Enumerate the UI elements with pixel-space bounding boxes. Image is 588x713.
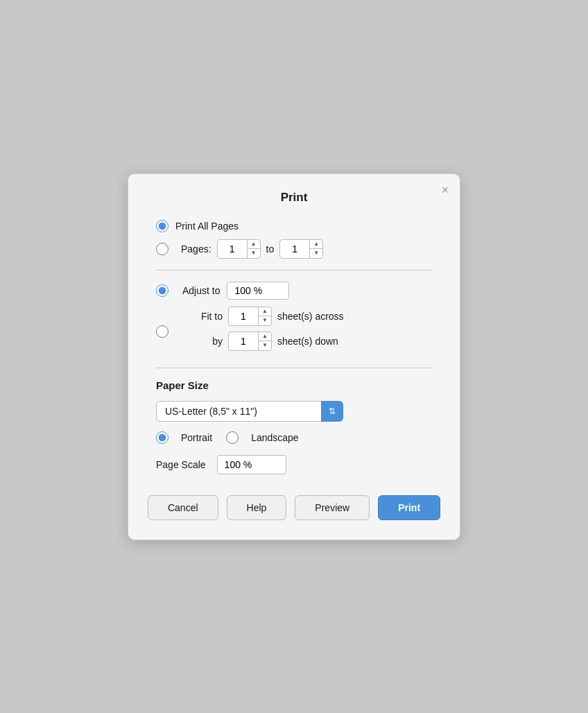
paper-size-section: Paper Size US-Letter (8,5" x 11") A4 (8.… xyxy=(156,379,432,474)
fit-across-row: Fit to ▲ ▼ sheet(s) across xyxy=(195,307,344,326)
sheets-across-arrows: ▲ ▼ xyxy=(258,307,271,325)
sheets-down-input[interactable] xyxy=(229,336,258,347)
sheets-across-down[interactable]: ▼ xyxy=(259,316,271,325)
pages-to-arrows: ▲ ▼ xyxy=(309,240,322,258)
sheets-across-up[interactable]: ▲ xyxy=(259,307,271,317)
sheets-across-spinner[interactable]: ▲ ▼ xyxy=(228,307,272,326)
pages-label: Pages: xyxy=(181,243,211,255)
buttons-row: Cancel Help Preview Print xyxy=(156,495,432,520)
fit-down-row: by ▲ ▼ sheet(s) down xyxy=(195,332,344,351)
fit-to-row: Fit to ▲ ▼ sheet(s) across by xyxy=(156,307,432,356)
pages-from-spinner[interactable]: ▲ ▼ xyxy=(217,239,261,259)
fit-to-radio[interactable] xyxy=(156,325,168,338)
print-all-pages-row: Print All Pages xyxy=(156,220,432,232)
pages-from-arrows: ▲ ▼ xyxy=(247,240,260,258)
landscape-option: Landscape xyxy=(226,431,299,444)
pages-to-input[interactable] xyxy=(280,243,309,255)
page-scale-label: Page Scale xyxy=(156,459,206,470)
pages-from-input[interactable] xyxy=(218,243,247,255)
portrait-radio[interactable] xyxy=(156,431,168,444)
pages-range-radio[interactable] xyxy=(156,243,168,255)
sheets-down-up[interactable]: ▲ xyxy=(259,332,271,342)
sheets-down-label: sheet(s) down xyxy=(277,336,338,347)
paper-size-select-wrapper: US-Letter (8,5" x 11") A4 (8.27" x 11.69… xyxy=(156,401,343,422)
orientation-row: Portrait Landscape xyxy=(156,431,432,444)
adjust-to-radio[interactable] xyxy=(156,284,168,297)
print-dialog: × Print Print All Pages Pages: ▲ ▼ to xyxy=(128,173,460,540)
pages-from-down-arrow[interactable]: ▼ xyxy=(248,249,260,258)
paper-size-title: Paper Size xyxy=(156,379,432,391)
adjust-row: Adjust to xyxy=(156,282,432,300)
preview-button[interactable]: Preview xyxy=(295,495,370,520)
pages-to-up-arrow[interactable]: ▲ xyxy=(310,240,322,250)
fit-to-label: Fit to xyxy=(195,311,223,322)
close-button[interactable]: × xyxy=(441,184,449,196)
sheets-down-spinner[interactable]: ▲ ▼ xyxy=(228,332,272,351)
page-scale-input[interactable] xyxy=(217,455,286,474)
portrait-label: Portrait xyxy=(181,432,212,443)
cancel-button[interactable]: Cancel xyxy=(148,495,218,520)
sheets-down-down[interactable]: ▼ xyxy=(259,341,271,350)
landscape-radio[interactable] xyxy=(226,431,239,444)
paper-size-select[interactable]: US-Letter (8,5" x 11") A4 (8.27" x 11.69… xyxy=(156,401,343,422)
fit-to-section: Fit to ▲ ▼ sheet(s) across by xyxy=(195,307,344,356)
print-range-section: Print All Pages Pages: ▲ ▼ to ▲ ▼ xyxy=(156,220,432,259)
to-label: to xyxy=(266,243,275,255)
sheets-across-label: sheet(s) across xyxy=(277,311,344,322)
adjust-to-label: Adjust to xyxy=(182,285,220,296)
sheets-down-arrows: ▲ ▼ xyxy=(258,332,271,350)
page-scale-row: Page Scale xyxy=(156,455,432,474)
print-all-pages-label: Print All Pages xyxy=(175,221,239,232)
pages-to-spinner[interactable]: ▲ ▼ xyxy=(279,239,323,259)
pages-to-down-arrow[interactable]: ▼ xyxy=(310,249,322,258)
divider-1 xyxy=(156,270,432,270)
sheets-across-input[interactable] xyxy=(229,311,258,322)
pages-range-row: Pages: ▲ ▼ to ▲ ▼ xyxy=(156,239,432,259)
print-button[interactable]: Print xyxy=(378,495,440,520)
help-button[interactable]: Help xyxy=(227,495,287,520)
print-all-pages-radio[interactable] xyxy=(156,220,168,232)
portrait-option: Portrait xyxy=(156,431,212,444)
dialog-title: Print xyxy=(156,191,432,205)
landscape-label: Landscape xyxy=(251,432,299,443)
adjust-to-input[interactable] xyxy=(227,282,289,300)
divider-2 xyxy=(156,368,432,368)
pages-from-up-arrow[interactable]: ▲ xyxy=(248,240,260,250)
scaling-section: Adjust to Fit to ▲ ▼ sheet(s) across xyxy=(156,282,432,356)
by-label: by xyxy=(195,336,223,347)
